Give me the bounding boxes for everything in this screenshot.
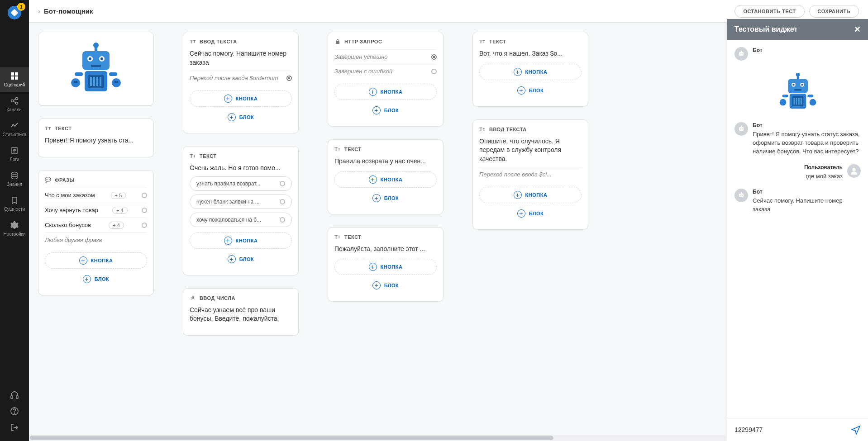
message-text: Сейчас помогу. Напишите номер заказа [753,197,861,214]
sidebar-item-stats[interactable]: Статистика [0,117,29,142]
block-start[interactable] [38,32,154,106]
block-phrases[interactable]: 💬ФРАЗЫ Что с мои заказом+ 5 Хочу вернуть… [38,170,154,295]
add-button[interactable]: +КНОПКА [190,90,292,107]
add-button-label: КНОПКА [381,177,403,182]
svg-rect-56 [796,98,797,105]
add-block[interactable]: +БЛОК [334,278,437,293]
phrase-row[interactable]: Сколько бонусов+ 4 [45,218,147,232]
sidebar-label: Каналы [6,107,23,112]
add-block[interactable]: +БЛОК [479,206,582,221]
http-status-row[interactable]: Завершен с ошибкой [334,64,437,78]
add-block[interactable]: +БЛОК [334,103,437,118]
add-block[interactable]: +БЛОК [334,190,437,206]
block-type-label: HTTP ЗАПРОС [344,39,382,44]
sidebar-item-settings[interactable]: Настройки [0,216,29,241]
bot-avatar-icon [734,47,748,61]
block-type-label: ТЕКСТ [489,39,506,44]
option-row[interactable]: нужен бланк заявки на ... [190,194,292,209]
headphones-icon[interactable] [10,390,19,399]
block-input-text[interactable]: TTВВОД ТЕКСТА Сейчас помогу. Напишите но… [183,32,299,133]
add-block-label: БЛОК [384,108,399,113]
svg-rect-32 [96,77,98,86]
send-icon[interactable] [851,425,861,435]
phrase-row[interactable]: Хочу вернуть товар+ 4 [45,203,147,218]
logout-icon[interactable] [10,423,19,432]
option-row[interactable]: узнать правила возврат... [190,176,292,191]
add-block[interactable]: +БЛОК [479,83,582,98]
add-button-label: КНОПКА [236,238,258,243]
svg-point-20 [93,43,99,48]
block-text-sorry[interactable]: TTТЕКСТ Очень жаль. Но я готов помо... у… [183,146,299,275]
block-text-found[interactable]: TTТЕКСТ Вот, что я нашел. Заказ $o... +К… [472,32,588,107]
block-text-rules[interactable]: TTТЕКСТ Правила возврата у нас очен... +… [328,139,444,214]
sidebar-item-logs[interactable]: Логи [0,142,29,166]
block-type-label: ВВОД ТЕКСТА [489,127,527,132]
sidebar-item-knowledge[interactable]: Знания [0,166,29,191]
add-button[interactable]: +КНОПКА [190,232,292,249]
sidebar-item-entities[interactable]: Сущности [0,191,29,216]
plus-icon: + [228,113,236,121]
svg-rect-71 [741,192,742,194]
lock-icon [334,38,341,45]
sender-name: Бот [753,122,861,128]
message-text: Привет! Я помогу узнать статус заказа, о… [753,130,861,156]
http-err-label: Завершен с ошибкой [334,68,392,75]
add-button[interactable]: +КНОПКА [479,64,582,80]
block-type-label: ТЕКСТ [55,126,72,131]
block-content: Правила возврата у нас очен... [334,157,437,166]
block-input-number[interactable]: #ВВОД ЧИСЛА Сейчас узнаем всё про ваши б… [183,288,299,336]
page-title: Бот-помощник [44,7,93,15]
add-button[interactable]: +КНОПКА [479,187,582,203]
svg-rect-58 [800,98,801,105]
close-icon[interactable]: ✕ [854,25,861,33]
share-icon [10,96,19,105]
help-icon[interactable] [10,407,19,416]
stop-test-button[interactable]: ОСТАНОВИТЬ ТЕСТ [734,5,804,18]
sender-name: Бот [753,47,861,53]
sidebar-label: Логи [10,157,19,162]
block-input-describe[interactable]: TTВВОД ТЕКСТА Опишите, что случилось. Я … [472,119,588,230]
phrase-any[interactable]: Любая другая фраза [45,232,147,247]
block-text-greeting[interactable]: TTТЕКСТ Привет! Я помогу узнать ста... [38,119,154,157]
sidebar-item-channels[interactable]: Каналы [0,92,29,117]
sidebar-item-scenario[interactable]: Сценарий [0,67,29,92]
option-row[interactable]: хочу пожаловаться на б... [190,213,292,227]
block-text-form[interactable]: TTТЕКСТ Пожалуйста, заполните этот ... +… [328,227,444,302]
horizontal-scrollbar[interactable] [29,435,727,441]
add-block[interactable]: +БЛОК [190,109,292,125]
svg-point-42 [740,53,741,54]
robot-image [734,69,861,114]
add-block[interactable]: +БЛОК [45,271,147,287]
http-status-row[interactable]: Завершен успешно [334,49,437,64]
canvas[interactable]: TTТЕКСТ Привет! Я помогу узнать ста... 💬… [29,23,727,441]
add-button[interactable]: +КНОПКА [334,259,437,275]
plus-icon: + [514,68,522,76]
widget-messages[interactable]: Бот Бот Привет! Я помогу узнать статус з… [727,40,868,418]
svg-rect-34 [75,72,83,76]
transition-row[interactable]: Переход после ввода $cl... [479,167,582,181]
notification-badge[interactable]: 1 [17,3,25,11]
phrase-row[interactable]: Что с мои заказом+ 5 [45,188,147,203]
plus-icon: + [369,263,377,271]
transition-row[interactable]: Переход после ввода $ordernum [190,71,292,85]
svg-point-8 [16,102,18,104]
sidebar: 1 Сценарий Каналы Статистика Логи Знания… [0,0,29,441]
sidebar-label: Настройки [3,232,25,237]
add-button[interactable]: +КНОПКА [334,84,437,100]
add-block[interactable]: +БЛОК [190,251,292,267]
svg-point-7 [16,98,18,100]
block-type-label: ФРАЗЫ [55,177,75,183]
svg-point-19 [14,413,15,414]
robot-icon [45,38,147,97]
logo[interactable]: 1 [7,5,22,22]
message-input[interactable] [734,426,846,433]
phrase-text: Хочу вернуть товар [45,207,98,213]
svg-rect-17 [16,396,18,398]
block-http[interactable]: HTTP ЗАПРОС Завершен успешно Завершен с … [328,32,444,127]
add-button[interactable]: +КНОПКА [334,171,437,188]
svg-rect-35 [109,72,117,76]
save-button[interactable]: СОХРАНИТЬ [809,5,859,18]
block-type-label: ТЕКСТ [344,147,362,152]
add-button[interactable]: +КНОПКА [45,252,147,269]
add-block-label: БЛОК [95,276,110,282]
